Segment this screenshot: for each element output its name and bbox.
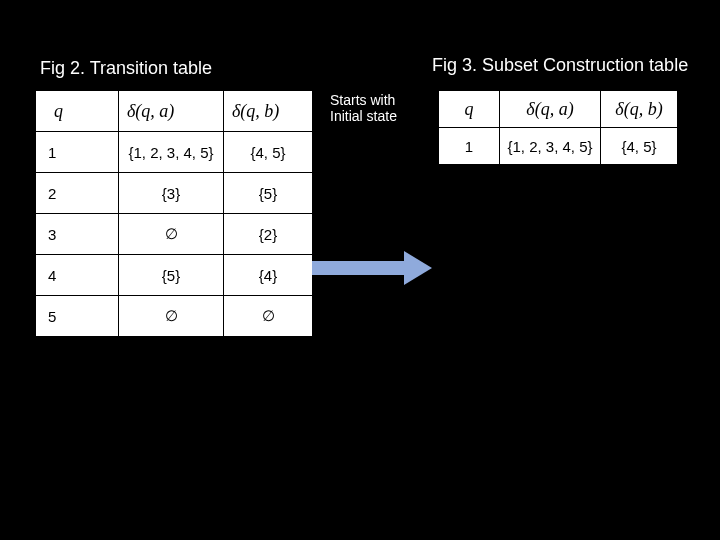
- table-row: 2{3}{5}: [36, 173, 313, 214]
- table-header-row: q δ(q, a) δ(q, b): [439, 91, 678, 128]
- table-header-row: q δ(q, a) δ(q, b): [36, 91, 313, 132]
- table-row: 3∅{2}: [36, 214, 313, 255]
- empty-cell: [439, 313, 500, 350]
- col-db: δ(q, b): [601, 91, 678, 128]
- empty-cell: [500, 239, 601, 276]
- empty-cell: [601, 424, 678, 461]
- empty-cell: [439, 387, 500, 424]
- table-row-empty: [439, 313, 678, 350]
- empty-cell: [601, 461, 678, 498]
- cell: ∅: [119, 296, 224, 337]
- empty-cell: [601, 350, 678, 387]
- empty-cell: [439, 350, 500, 387]
- cell: {4}: [224, 255, 313, 296]
- empty-cell: [500, 165, 601, 202]
- col-da: δ(q, a): [119, 91, 224, 132]
- cell: 4: [36, 255, 119, 296]
- cell: ∅: [119, 214, 224, 255]
- empty-cell: [500, 387, 601, 424]
- cell: {4, 5}: [601, 128, 678, 165]
- cell: {5}: [224, 173, 313, 214]
- empty-cell: [439, 239, 500, 276]
- starts-with-note: Starts with Initial state: [330, 92, 430, 124]
- empty-cell: [601, 239, 678, 276]
- empty-cell: [601, 387, 678, 424]
- cell: {1, 2, 3, 4, 5}: [500, 128, 601, 165]
- empty-cell: [500, 461, 601, 498]
- table-row-empty: [439, 276, 678, 313]
- table-row-empty: [439, 461, 678, 498]
- empty-cell: [601, 313, 678, 350]
- table-row-empty: [439, 165, 678, 202]
- svg-marker-1: [404, 251, 432, 285]
- empty-cell: [500, 202, 601, 239]
- empty-cell: [500, 424, 601, 461]
- table-row: 4{5}{4}: [36, 255, 313, 296]
- col-q: q: [36, 91, 119, 132]
- empty-cell: [601, 165, 678, 202]
- transition-table: q δ(q, a) δ(q, b) 1{1, 2, 3, 4, 5}{4, 5}…: [35, 90, 313, 337]
- empty-cell: [601, 276, 678, 313]
- subset-construction-table: q δ(q, a) δ(q, b) 1{1, 2, 3, 4, 5}{4, 5}: [438, 90, 678, 498]
- empty-cell: [500, 313, 601, 350]
- cell: {5}: [119, 255, 224, 296]
- col-q: q: [439, 91, 500, 128]
- col-db: δ(q, b): [224, 91, 313, 132]
- empty-cell: [439, 165, 500, 202]
- cell: 2: [36, 173, 119, 214]
- cell: 1: [36, 132, 119, 173]
- empty-cell: [500, 276, 601, 313]
- cell: {2}: [224, 214, 313, 255]
- table-row-empty: [439, 424, 678, 461]
- note-line-1: Starts with: [330, 92, 395, 108]
- cell: 5: [36, 296, 119, 337]
- cell: 1: [439, 128, 500, 165]
- table-row-empty: [439, 350, 678, 387]
- caption-left: Fig 2. Transition table: [40, 58, 212, 79]
- table-row: 5∅∅: [36, 296, 313, 337]
- cell: {1, 2, 3, 4, 5}: [119, 132, 224, 173]
- cell: ∅: [224, 296, 313, 337]
- cell: 3: [36, 214, 119, 255]
- note-line-2: Initial state: [330, 108, 397, 124]
- caption-right: Fig 3. Subset Construction table: [432, 55, 688, 76]
- empty-cell: [500, 350, 601, 387]
- table-row-empty: [439, 387, 678, 424]
- table-row: 1{1, 2, 3, 4, 5}{4, 5}: [439, 128, 678, 165]
- cell: {3}: [119, 173, 224, 214]
- svg-rect-0: [312, 261, 404, 275]
- empty-cell: [439, 202, 500, 239]
- empty-cell: [439, 424, 500, 461]
- table-row: 1{1, 2, 3, 4, 5}{4, 5}: [36, 132, 313, 173]
- table-row-empty: [439, 202, 678, 239]
- empty-cell: [439, 461, 500, 498]
- empty-cell: [439, 276, 500, 313]
- arrow-icon: [312, 248, 432, 292]
- col-da: δ(q, a): [500, 91, 601, 128]
- table-row-empty: [439, 239, 678, 276]
- empty-cell: [601, 202, 678, 239]
- cell: {4, 5}: [224, 132, 313, 173]
